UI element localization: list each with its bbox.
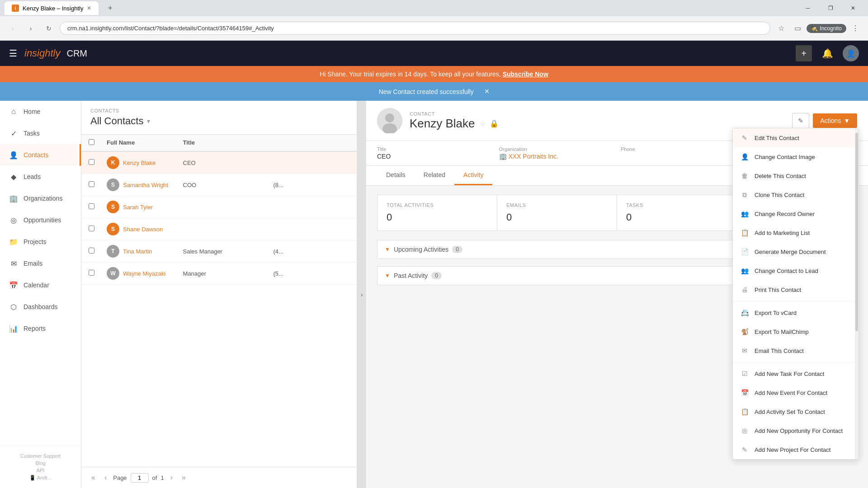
tab-related[interactable]: Related xyxy=(415,166,454,185)
marketing-icon: 📋 xyxy=(740,228,749,237)
customer-support-link[interactable]: Customer Support xyxy=(7,453,74,459)
edit-button[interactable]: ✎ xyxy=(792,113,809,128)
dropdown-item-change-owner[interactable]: 👥 Change Record Owner xyxy=(733,204,859,223)
dropdown-item-activity-set[interactable]: 📋 Add Activity Set To Contact xyxy=(733,402,859,421)
sidebar-item-home[interactable]: ⌂ Home xyxy=(0,101,81,122)
bookmark-icon[interactable]: ☆ xyxy=(774,21,788,36)
tab-activity[interactable]: Activity xyxy=(454,166,492,185)
hamburger-menu[interactable]: ☰ xyxy=(9,48,17,59)
table-row[interactable]: S Samantha Wright COO (8... xyxy=(81,174,357,196)
sidebar-item-leads[interactable]: ◆ Leads xyxy=(0,166,81,188)
row-checkbox[interactable] xyxy=(89,159,107,166)
api-link[interactable]: API xyxy=(7,468,74,473)
dropdown-item-email-contact[interactable]: ✉ Email This Contact xyxy=(733,341,859,360)
dropdown-item-change-image[interactable]: 👤 Change Contact Image xyxy=(733,147,859,166)
sidebar-item-tasks[interactable]: ✓ Tasks xyxy=(0,122,81,144)
contact-name-link[interactable]: Shane Dawson xyxy=(123,226,163,233)
address-bar[interactable]: crm.na1.insightly.com/list/Contact/?blad… xyxy=(60,22,770,35)
cast-icon[interactable]: ▭ xyxy=(790,21,805,36)
last-page-button[interactable]: » xyxy=(179,473,189,483)
subscribe-link[interactable]: Subscribe Now xyxy=(503,70,548,78)
table-row[interactable]: S Sarah Tyler xyxy=(81,196,357,218)
browser-tab[interactable]: i Kenzy Blake – Insightly ✕ xyxy=(5,1,99,15)
user-avatar[interactable]: 👤 xyxy=(843,45,859,61)
sidebar-footer: Customer Support Blog API 📱 Andr... xyxy=(0,446,81,488)
contact-title-section: CONTACT Kenzy Blake ☆ 🔒 xyxy=(410,111,785,131)
dropdown-item-edit[interactable]: ✎ Edit This Contact xyxy=(733,128,859,147)
contact-avatar: T xyxy=(107,245,119,258)
row-checkbox[interactable] xyxy=(89,248,107,255)
star-icon[interactable]: ☆ xyxy=(480,119,486,128)
dropdown-item-new-task[interactable]: ☑ Add New Task For Contact xyxy=(733,364,859,383)
table-row[interactable]: S Shane Dawson xyxy=(81,218,357,240)
title-dropdown-arrow[interactable]: ▾ xyxy=(147,117,150,125)
dropdown-item-mailchimp[interactable]: 🐒 Export To MailChimp xyxy=(733,322,859,341)
stat-total-activities: TOTAL ACTIVITIES 0 xyxy=(377,195,497,230)
new-tab-button[interactable]: + xyxy=(102,1,118,16)
tab-close-button[interactable]: ✕ xyxy=(87,5,91,11)
change-owner-label: Change Record Owner xyxy=(755,211,815,217)
opportunities-icon: ◎ xyxy=(9,216,18,225)
next-page-button[interactable]: › xyxy=(168,473,175,483)
contact-name-link[interactable]: Tina Martin xyxy=(123,248,152,255)
tab-details[interactable]: Details xyxy=(377,166,415,185)
minimize-button[interactable]: ─ xyxy=(797,1,818,15)
dropdown-item-vcard[interactable]: 📇 Export To vCard xyxy=(733,303,859,322)
section-label: CONTACT xyxy=(410,111,785,117)
dropdown-scrollbar-thumb[interactable] xyxy=(855,133,858,331)
sidebar-item-opportunities[interactable]: ◎ Opportunities xyxy=(0,209,81,231)
first-page-button[interactable]: « xyxy=(89,473,98,483)
sidebar-item-dashboards[interactable]: ⬡ Dashboards xyxy=(0,296,81,318)
calendar-icon: 📅 xyxy=(9,281,18,290)
notifications-bell[interactable]: 🔔 xyxy=(819,45,835,61)
change-owner-icon: 👥 xyxy=(740,209,749,218)
panel-collapse-button[interactable]: › xyxy=(357,101,366,488)
actions-button[interactable]: Actions ▼ xyxy=(813,113,857,128)
mailchimp-label: Export To MailChimp xyxy=(755,328,809,335)
contact-name-link[interactable]: Wayne Miyazaki xyxy=(123,270,165,277)
row-checkbox[interactable] xyxy=(89,225,107,233)
row-checkbox[interactable] xyxy=(89,181,107,188)
android-link[interactable]: 📱 Andr... xyxy=(7,475,74,481)
sidebar-item-emails[interactable]: ✉ Emails xyxy=(0,253,81,274)
add-button[interactable]: + xyxy=(796,45,812,61)
table-row[interactable]: W Wayne Miyazaki Manager (5... xyxy=(81,263,357,285)
dropdown-item-delete[interactable]: 🗑 Delete This Contact xyxy=(733,166,859,185)
table-row[interactable]: T Tina Martin Sales Manager (4... xyxy=(81,240,357,263)
dropdown-item-merge-doc[interactable]: 📄 Generate Merge Document xyxy=(733,242,859,261)
logo-text: insightly xyxy=(24,47,60,59)
close-button[interactable]: ✕ xyxy=(843,1,863,15)
forward-button[interactable]: › xyxy=(24,21,38,36)
org-link[interactable]: XXX Portraits Inc. xyxy=(508,153,558,160)
dropdown-item-clone[interactable]: ⧉ Clone This Contact xyxy=(733,185,859,204)
prev-page-button[interactable]: ‹ xyxy=(102,473,109,483)
dropdown-item-new-project[interactable]: ✎ Add New Project For Contact xyxy=(733,440,859,459)
sidebar-item-organizations[interactable]: 🏢 Organizations xyxy=(0,188,81,209)
blog-link[interactable]: Blog xyxy=(7,460,74,466)
dropdown-item-marketing[interactable]: 📋 Add to Marketing List xyxy=(733,223,859,242)
contact-name-link[interactable]: Samantha Wright xyxy=(123,182,168,188)
dropdown-item-new-event[interactable]: 📅 Add New Event For Contact xyxy=(733,383,859,402)
row-checkbox[interactable] xyxy=(89,270,107,277)
sidebar-item-projects[interactable]: 📁 Projects xyxy=(0,231,81,253)
dropdown-item-print[interactable]: 🖨 Print This Contact xyxy=(733,280,859,299)
notification-close-button[interactable]: × xyxy=(485,87,490,96)
back-button[interactable]: ‹ xyxy=(5,21,20,36)
restore-button[interactable]: ❐ xyxy=(820,1,841,15)
sidebar-item-reports[interactable]: 📊 Reports xyxy=(0,318,81,339)
dropdown-scrollbar-track xyxy=(855,128,859,459)
select-all-checkbox[interactable] xyxy=(89,139,107,146)
row-checkbox[interactable] xyxy=(89,203,107,211)
menu-icon[interactable]: ⋮ xyxy=(848,21,863,36)
panel-title: All Contacts ▾ xyxy=(90,115,348,127)
contact-name-link[interactable]: Kenzy Blake xyxy=(123,160,156,166)
contact-name-link[interactable]: Sarah Tyler xyxy=(123,204,153,211)
sidebar-item-calendar[interactable]: 📅 Calendar xyxy=(0,274,81,296)
page-number-input[interactable] xyxy=(131,473,149,483)
dropdown-item-to-lead[interactable]: 👥 Change Contact to Lead xyxy=(733,261,859,280)
app-body: ⌂ Home ✓ Tasks 👤 Contacts ◆ Leads 🏢 Orga… xyxy=(0,101,868,488)
refresh-button[interactable]: ↻ xyxy=(42,21,56,36)
dropdown-item-new-opportunity[interactable]: ◎ Add New Opportunity For Contact xyxy=(733,421,859,440)
table-row[interactable]: K Kenzy Blake CEO xyxy=(81,152,357,174)
sidebar-item-contacts[interactable]: 👤 Contacts xyxy=(0,144,81,166)
